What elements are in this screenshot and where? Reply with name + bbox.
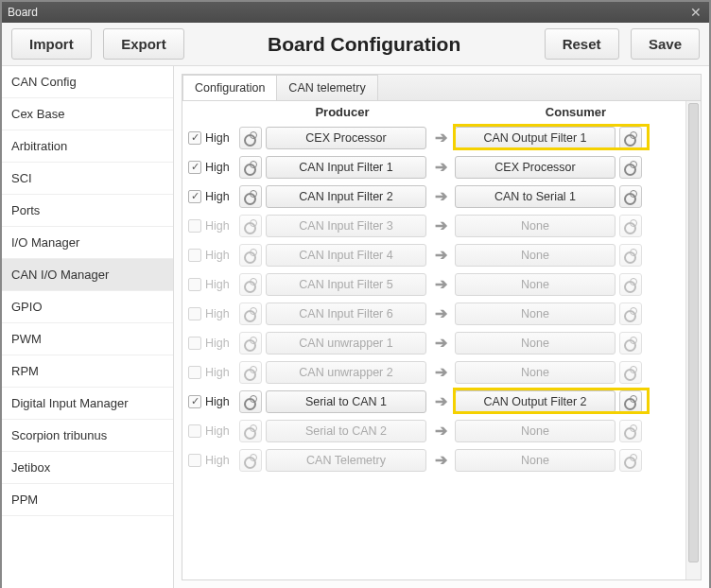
- mapping-row: HighCAN Input Filter 5➔None: [182, 269, 701, 299]
- sidebar-item[interactable]: CAN I/O Manager: [2, 259, 173, 291]
- consumer-settings-button[interactable]: [619, 185, 642, 208]
- sidebar-item[interactable]: CAN Config: [2, 66, 173, 98]
- priority-checkbox[interactable]: [188, 366, 201, 379]
- sidebar-item[interactable]: Digital Input Manager: [2, 388, 173, 420]
- consumer-select[interactable]: None: [455, 449, 616, 472]
- sidebar-item[interactable]: SCI: [2, 163, 173, 195]
- consumer-settings-button: [619, 361, 642, 384]
- consumer-select[interactable]: None: [455, 303, 616, 325]
- gear-icon: [244, 366, 257, 379]
- import-button[interactable]: Import: [11, 28, 92, 60]
- consumer-select[interactable]: CEX Processor: [455, 156, 616, 179]
- producer-select[interactable]: CAN Input Filter 4: [266, 244, 426, 267]
- sidebar-item[interactable]: I/O Manager: [2, 227, 173, 259]
- producer-settings-button[interactable]: [239, 127, 262, 149]
- arrow-right-icon: ➔: [426, 158, 455, 176]
- page-title: Board Configuration: [192, 33, 537, 56]
- gear-icon: [244, 249, 257, 262]
- reset-button[interactable]: Reset: [545, 28, 619, 60]
- gear-icon: [624, 219, 637, 233]
- mapping-row: ✓HighSerial to CAN 1➔CAN Output Filter 2: [182, 387, 701, 416]
- producer-select[interactable]: CAN unwrapper 1: [266, 332, 426, 355]
- priority-checkbox[interactable]: [188, 454, 201, 467]
- producer-select[interactable]: Serial to CAN 2: [266, 420, 426, 442]
- sidebar-item[interactable]: GPIO: [2, 291, 173, 323]
- producer-settings-button: [239, 332, 262, 355]
- tabstrip: ConfigurationCAN telemetry: [182, 74, 702, 100]
- gear-icon: [624, 249, 637, 262]
- consumer-select[interactable]: CAN to Serial 1: [455, 185, 616, 208]
- column-headers: Producer Consumer: [182, 101, 701, 123]
- mapping-row: ✓HighCEX Processor➔CAN Output Filter 1: [182, 123, 701, 152]
- priority-label: High: [205, 395, 235, 408]
- priority-checkbox[interactable]: ✓: [188, 131, 201, 145]
- gear-icon: [624, 454, 637, 467]
- close-icon[interactable]: ✕: [688, 5, 703, 20]
- mapping-row: ✓HighCAN Input Filter 1➔CEX Processor: [182, 152, 701, 182]
- export-button[interactable]: Export: [103, 28, 184, 60]
- priority-label: High: [205, 190, 235, 203]
- priority-checkbox[interactable]: [188, 307, 201, 320]
- consumer-select[interactable]: None: [455, 332, 616, 355]
- mapping-row: HighCAN Input Filter 4➔None: [182, 240, 701, 269]
- consumer-settings-button[interactable]: [619, 127, 642, 149]
- producer-settings-button: [239, 420, 262, 442]
- mapping-row: HighCAN Input Filter 3➔None: [182, 211, 701, 240]
- gear-icon: [624, 278, 637, 291]
- consumer-select[interactable]: None: [455, 215, 616, 237]
- producer-settings-button: [239, 303, 262, 325]
- consumer-select[interactable]: None: [455, 273, 616, 296]
- sidebar-item[interactable]: PWM: [2, 323, 173, 355]
- sidebar-item[interactable]: Jetibox: [2, 452, 173, 484]
- priority-checkbox[interactable]: [188, 337, 201, 350]
- priority-checkbox[interactable]: [188, 219, 201, 233]
- consumer-select[interactable]: CAN Output Filter 2: [455, 390, 616, 413]
- producer-select[interactable]: CAN Input Filter 6: [266, 303, 426, 325]
- sidebar-item[interactable]: Arbitration: [2, 130, 173, 163]
- consumer-settings-button[interactable]: [619, 390, 642, 413]
- sidebar: CAN ConfigCex BaseArbitrationSCIPortsI/O…: [2, 66, 174, 588]
- consumer-select[interactable]: CAN Output Filter 1: [455, 127, 616, 149]
- tab[interactable]: CAN telemetry: [276, 75, 377, 100]
- sidebar-item[interactable]: Scorpion tribunus: [2, 420, 173, 452]
- priority-checkbox[interactable]: [188, 278, 201, 291]
- consumer-settings-button: [619, 273, 642, 296]
- scrollbar[interactable]: [685, 101, 701, 579]
- producer-select[interactable]: CAN Input Filter 1: [266, 156, 426, 179]
- consumer-settings-button: [619, 420, 642, 442]
- priority-checkbox[interactable]: [188, 249, 201, 262]
- producer-settings-button[interactable]: [239, 185, 262, 208]
- arrow-right-icon: ➔: [426, 246, 455, 264]
- gear-icon: [244, 161, 257, 174]
- producer-select[interactable]: CAN Input Filter 5: [266, 273, 426, 296]
- producer-select[interactable]: CAN Input Filter 3: [266, 215, 426, 237]
- gear-icon: [244, 307, 257, 320]
- producer-select[interactable]: CEX Processor: [266, 127, 426, 149]
- tab[interactable]: Configuration: [182, 75, 276, 100]
- consumer-settings-button[interactable]: [619, 156, 642, 179]
- consumer-select[interactable]: None: [455, 244, 616, 267]
- producer-settings-button[interactable]: [239, 156, 262, 179]
- priority-checkbox[interactable]: [188, 424, 201, 438]
- consumer-select[interactable]: None: [455, 420, 616, 442]
- scrollbar-thumb[interactable]: [688, 103, 699, 562]
- save-button[interactable]: Save: [631, 28, 700, 60]
- producer-select[interactable]: CAN Telemetry: [266, 449, 426, 472]
- priority-checkbox[interactable]: ✓: [188, 190, 201, 203]
- gear-icon: [244, 190, 257, 203]
- consumer-settings-button: [619, 244, 642, 267]
- mapping-row: HighCAN unwrapper 1➔None: [182, 328, 701, 357]
- sidebar-item[interactable]: RPM: [2, 355, 173, 388]
- sidebar-item[interactable]: PPM: [2, 484, 173, 516]
- mapping-row: HighCAN Input Filter 6➔None: [182, 299, 701, 328]
- priority-checkbox[interactable]: ✓: [188, 161, 201, 174]
- consumer-select[interactable]: None: [455, 361, 616, 384]
- sidebar-item[interactable]: Cex Base: [2, 98, 173, 130]
- priority-label: High: [205, 278, 235, 291]
- producer-select[interactable]: CAN Input Filter 2: [266, 185, 426, 208]
- sidebar-item[interactable]: Ports: [2, 195, 173, 227]
- producer-settings-button[interactable]: [239, 390, 262, 413]
- priority-checkbox[interactable]: ✓: [188, 395, 201, 408]
- producer-select[interactable]: Serial to CAN 1: [266, 390, 426, 413]
- producer-select[interactable]: CAN unwrapper 2: [266, 361, 426, 384]
